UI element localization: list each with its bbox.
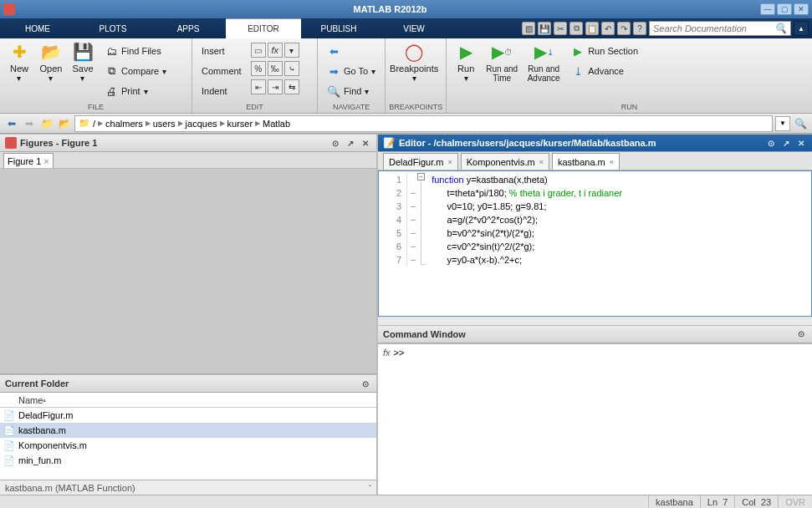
search-input[interactable] xyxy=(653,23,774,33)
tab-close-icon[interactable]: × xyxy=(447,158,452,166)
breadcrumb[interactable]: 📁 /▶ chalmers▶ users▶ jacques▶ kurser▶ M… xyxy=(74,115,773,132)
crumb-root[interactable]: / xyxy=(93,119,95,129)
tab-close-icon[interactable]: × xyxy=(539,158,544,166)
figures-close-icon[interactable]: ✕ xyxy=(360,137,371,149)
command-window-menu-icon[interactable]: ⊙ xyxy=(795,328,807,340)
file-row[interactable]: 📄min_fun.m xyxy=(0,453,376,468)
nav-back-icon[interactable]: ⬅ xyxy=(4,116,19,131)
code-area[interactable]: function y=kastbana(x,theta) t=theta*pi/… xyxy=(419,173,622,267)
tab-publish[interactable]: PUBLISH xyxy=(301,18,376,38)
advance-button[interactable]: ⤓Advance xyxy=(568,62,641,80)
undo-icon[interactable]: ↶ xyxy=(601,22,615,35)
insert-more-icon[interactable]: ▾ xyxy=(284,43,299,58)
copy-icon[interactable]: ⧉ xyxy=(569,22,583,35)
run-and-time-button[interactable]: ▶⏱Run and Time xyxy=(482,40,522,83)
address-dropdown[interactable]: ▼ xyxy=(775,116,790,131)
command-window[interactable]: fx >> xyxy=(378,343,812,495)
crumb-1[interactable]: chalmers xyxy=(105,119,143,129)
nav-forward-icon[interactable]: ➡ xyxy=(22,116,37,131)
figure-tab-1[interactable]: Figure 1× xyxy=(3,153,54,168)
minimize-ribbon-button[interactable]: ▲ xyxy=(794,21,809,36)
new-button[interactable]: ✚New▾ xyxy=(3,40,35,83)
insert-button[interactable]: Insert xyxy=(198,42,245,60)
search-icon[interactable]: 🔍 xyxy=(774,23,787,34)
details-toggle-icon[interactable]: ˆ xyxy=(369,484,371,492)
minimize-button[interactable]: — xyxy=(760,3,775,15)
fold-toggle-icon[interactable]: − xyxy=(417,173,425,180)
file-row[interactable]: 📄Komponentvis.m xyxy=(0,438,376,453)
current-folder-header[interactable]: Current Folder ⊙ xyxy=(0,374,376,393)
editor-menu-icon[interactable]: ⊙ xyxy=(765,137,777,149)
editor-tab[interactable]: kastbana.m× xyxy=(552,153,620,170)
goto-button[interactable]: ➡Go To ▾ xyxy=(324,62,379,80)
figure-tab-close-icon[interactable]: × xyxy=(43,156,49,166)
column-header-name[interactable]: Name ▴ xyxy=(0,393,376,408)
qat-button-1[interactable]: ▧ xyxy=(522,22,535,35)
crumb-5[interactable]: Matlab xyxy=(263,119,290,129)
figures-undock-icon[interactable]: ↗ xyxy=(345,137,356,149)
editor-tab[interactable]: DeladFigur.m× xyxy=(383,153,458,170)
folder-browse-icon[interactable]: 📂 xyxy=(57,116,72,131)
editor-tab-label: kastbana.m xyxy=(558,157,605,167)
editor-tab[interactable]: Komponentvis.m× xyxy=(461,153,549,170)
tab-plots[interactable]: PLOTS xyxy=(75,18,151,38)
current-folder-menu-icon[interactable]: ⊙ xyxy=(360,378,371,389)
editor-undock-icon[interactable]: ↗ xyxy=(780,137,792,149)
indent-left-icon[interactable]: ⇤ xyxy=(251,79,266,94)
tab-home[interactable]: HOME xyxy=(0,18,75,38)
run-button[interactable]: ▶Run▾ xyxy=(450,40,482,83)
address-search-icon[interactable]: 🔍 xyxy=(793,116,808,131)
maximize-button[interactable]: ▢ xyxy=(777,3,792,15)
save-button[interactable]: 💾Save▾ xyxy=(67,40,99,83)
breakpoints-button[interactable]: ◯Breakpoints▾ xyxy=(389,40,439,83)
file-row[interactable]: 📄kastbana.m xyxy=(0,423,376,438)
editor-close-icon[interactable]: ✕ xyxy=(795,137,807,149)
indent-smart-icon[interactable]: ⇆ xyxy=(284,79,299,94)
find-button[interactable]: 🔍Find ▾ xyxy=(324,82,379,100)
folder-up-icon[interactable]: 📁 xyxy=(39,116,54,131)
run-and-advance-button[interactable]: ▶⤓Run and Advance xyxy=(522,40,565,83)
print-button[interactable]: 🖨Print ▾ xyxy=(101,82,170,100)
help-icon[interactable]: ? xyxy=(633,22,646,35)
nav-back-button[interactable]: ⬅ xyxy=(324,42,379,60)
ribbon-group-file: ✚New▾ 📂Open▾ 💾Save▾ 🗂Find Files ⧉Compare… xyxy=(0,38,192,113)
comment-wrap-icon[interactable]: ⤷ xyxy=(284,61,299,76)
search-docs[interactable]: 🔍 xyxy=(649,21,791,36)
close-button[interactable]: ✕ xyxy=(794,3,809,15)
crumb-2[interactable]: users xyxy=(153,119,176,129)
tab-editor[interactable]: EDITOR xyxy=(226,18,301,38)
find-files-button[interactable]: 🗂Find Files xyxy=(101,42,170,60)
compare-button[interactable]: ⧉Compare ▾ xyxy=(101,62,170,80)
indent-right-icon[interactable]: ⇥ xyxy=(268,79,283,94)
editor-header[interactable]: 📝 Editor - /chalmers/users/jacques/kurse… xyxy=(378,134,812,152)
crumb-3[interactable]: jacques xyxy=(186,119,217,129)
figure-canvas[interactable] xyxy=(0,169,376,374)
fx-icon[interactable]: fx xyxy=(383,348,391,492)
cut-icon[interactable]: ✂ xyxy=(554,22,567,35)
command-prompt: >> xyxy=(394,348,405,492)
indent-button[interactable]: Indent xyxy=(198,82,245,100)
insert-section-icon[interactable]: ▭ xyxy=(251,43,266,58)
comment-button[interactable]: Comment xyxy=(198,62,245,80)
main-area: Figures - Figure 1 ⊙ ↗ ✕ Figure 1× Curre… xyxy=(0,134,812,495)
tab-apps[interactable]: APPS xyxy=(151,18,226,38)
editor-icon: 📝 xyxy=(383,137,396,149)
save-icon[interactable]: 💾 xyxy=(538,22,551,35)
figures-menu-icon[interactable]: ⊙ xyxy=(329,137,341,149)
insert-fx-icon[interactable]: fx xyxy=(268,43,283,58)
comment-add-icon[interactable]: % xyxy=(251,61,266,76)
paste-icon[interactable]: 📋 xyxy=(585,22,599,35)
command-window-header[interactable]: Command Window ⊙ xyxy=(378,325,812,343)
figures-header[interactable]: Figures - Figure 1 ⊙ ↗ ✕ xyxy=(0,134,376,152)
mfile-icon: 📄 xyxy=(3,439,15,451)
tab-view[interactable]: VIEW xyxy=(376,18,452,38)
crumb-4[interactable]: kurser xyxy=(227,119,253,129)
editor-body[interactable]: − 1234567 –––––– function y=kastbana(x,t… xyxy=(378,170,812,317)
run-section-button[interactable]: ▶Run Section xyxy=(568,42,641,60)
open-button[interactable]: 📂Open▾ xyxy=(35,40,67,83)
tab-close-icon[interactable]: × xyxy=(610,158,614,166)
redo-icon[interactable]: ↷ xyxy=(617,22,631,35)
file-row[interactable]: 📄DeladFigur.m xyxy=(0,408,376,423)
comment-remove-icon[interactable]: ‰ xyxy=(268,61,283,76)
goto-icon: ➡ xyxy=(327,64,340,78)
